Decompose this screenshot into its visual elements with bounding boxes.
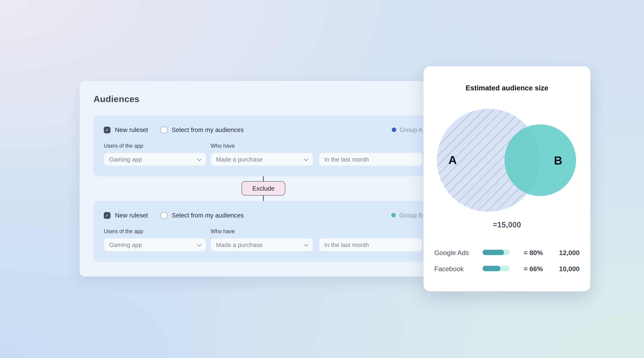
field-group-timeframe [319, 228, 422, 251]
venn-circle-b [504, 124, 576, 196]
stat-value: 10,000 [559, 265, 580, 272]
page-background: Audiences ✓ New ruleset ✓ Select from my… [0, 0, 644, 358]
stat-value: 12,000 [559, 249, 580, 256]
select-value: Made a purchase [216, 156, 302, 163]
field-group-app: Users of the app Gaming app [104, 143, 206, 166]
new-ruleset-label: New ruleset [115, 212, 148, 219]
group-label: Group A [400, 126, 422, 133]
ruleset-options-row: ✓ New ruleset ✓ Select from my audiences… [104, 212, 422, 219]
venn-diagram: A B [424, 109, 590, 212]
timeframe-input[interactable] [324, 156, 417, 163]
select-from-audiences-checkbox[interactable]: ✓ [160, 212, 167, 219]
venn-label-b: B [554, 154, 562, 168]
new-ruleset-checkbox[interactable]: ✓ [104, 127, 110, 133]
check-icon: ✓ [105, 213, 109, 218]
ruleset-options-row: ✓ New ruleset ✓ Select from my audiences… [104, 126, 422, 133]
field-group-event: Who have Made a purchase [211, 143, 313, 166]
stat-row-google-ads: Google Ads = 80% 12,000 [434, 244, 580, 260]
app-select[interactable]: Gaming app [104, 238, 206, 251]
stats-list: Google Ads = 80% 12,000 Facebook = 66% 1… [424, 244, 590, 276]
group-badge: Group A [392, 126, 422, 133]
field-label: Users of the app [104, 143, 206, 149]
connector-line [263, 176, 264, 181]
field-group-event: Who have Made a purchase [211, 228, 313, 251]
field-label: Who have [211, 228, 313, 235]
select-from-audiences-label: Select from my audiences [172, 212, 244, 219]
stat-row-facebook: Facebook = 66% 10,000 [434, 260, 580, 276]
group-b-dot-icon [391, 213, 396, 217]
estimated-total: =15,000 [424, 220, 590, 230]
field-label: Users of the app [104, 228, 206, 235]
progress-pill [482, 250, 510, 255]
field-group-app: Users of the app Gaming app [104, 228, 206, 251]
chevron-down-icon [304, 156, 308, 161]
page-title: Audiences [94, 93, 433, 105]
chevron-down-icon [304, 242, 308, 246]
app-select[interactable]: Gaming app [104, 153, 206, 166]
timeframe-field[interactable] [319, 153, 422, 166]
select-value: Gaming app [109, 156, 195, 163]
chevron-down-icon [197, 156, 202, 161]
ruleset-card-group-b: ✓ New ruleset ✓ Select from my audiences… [94, 201, 433, 262]
group-a-dot-icon [392, 128, 396, 132]
group-badge: Group B [391, 212, 422, 219]
estimate-title: Estimated audience size [424, 84, 590, 92]
new-ruleset-checkbox[interactable]: ✓ [104, 212, 110, 219]
field-label: Who have [211, 143, 313, 149]
field-label [319, 143, 422, 149]
chevron-down-icon [197, 242, 202, 246]
event-select[interactable]: Made a purchase [211, 238, 313, 251]
select-value: Gaming app [109, 241, 195, 248]
select-from-audiences-checkbox[interactable]: ✓ [160, 127, 167, 133]
venn-label-a: A [448, 153, 457, 167]
field-label [319, 228, 422, 235]
ruleset-fields-row: Users of the app Gaming app Who have Mad… [104, 228, 422, 251]
field-group-timeframe [319, 143, 422, 166]
event-select[interactable]: Made a purchase [211, 153, 313, 166]
connector-line [263, 196, 264, 201]
check-icon: ✓ [105, 127, 109, 132]
estimate-card: Estimated audience size A B =15,000 Goog… [424, 66, 590, 291]
timeframe-field[interactable] [319, 238, 422, 251]
timeframe-input[interactable] [324, 241, 417, 248]
new-ruleset-label: New ruleset [115, 126, 148, 133]
select-value: Made a purchase [216, 241, 302, 248]
ruleset-connector: Exclude [94, 176, 433, 201]
group-label: Group B [399, 212, 422, 219]
progress-fill [482, 250, 504, 255]
ruleset-card-group-a: ✓ New ruleset ✓ Select from my audiences… [94, 115, 433, 176]
audience-builder-card: Audiences ✓ New ruleset ✓ Select from my… [80, 81, 433, 276]
exclude-button[interactable]: Exclude [242, 181, 285, 196]
stat-label: Facebook [434, 265, 482, 272]
stat-percent: = 80% [524, 249, 549, 256]
stat-percent: = 66% [524, 265, 549, 272]
stat-label: Google Ads [434, 249, 482, 256]
ruleset-fields-row: Users of the app Gaming app Who have Mad… [104, 143, 422, 166]
progress-fill [482, 266, 500, 271]
progress-pill [482, 266, 510, 271]
select-from-audiences-label: Select from my audiences [172, 126, 244, 133]
